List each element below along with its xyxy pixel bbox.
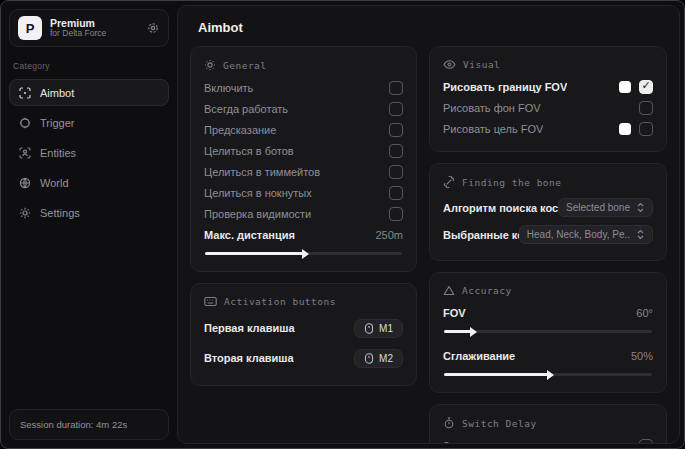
slider-label: Макс. дистанция (204, 229, 295, 241)
toggle-row-target-bots: Целиться в ботов (204, 140, 403, 161)
bone-icon (443, 176, 455, 188)
sidebar-nav: Aimbot Trigger Entities (9, 79, 169, 226)
sidebar-item-trigger[interactable]: Trigger (9, 109, 169, 136)
section-title: General (223, 60, 267, 71)
slider-value: 60° (636, 307, 653, 319)
toggle-row-visibility-check: Проверка видимости (204, 203, 403, 224)
card-general: General Включить Всегда работать Предска… (190, 46, 417, 272)
eye-icon (443, 59, 456, 70)
sidebar: P Premium for Delta Force Category (1, 1, 177, 448)
brand-subtitle: for Delta Force (50, 29, 138, 39)
prediction-checkbox[interactable] (389, 123, 403, 137)
selected-bones-label: Выбранные кости (443, 229, 519, 241)
bone-algorithm-label: Алгоритм поиска костей (443, 202, 558, 214)
switch-delay-checkbox[interactable] (639, 439, 653, 445)
visual-row-fov-border: Рисовать границу FOV (443, 76, 653, 97)
gear-icon (19, 207, 31, 219)
chevrons-up-down-icon (636, 229, 645, 240)
globe-icon (19, 177, 31, 189)
bone-row-algorithm: Алгоритм поиска костей Selected bone (443, 194, 653, 221)
section-title: Accuracy (462, 285, 512, 296)
secondary-keybind-button[interactable]: M2 (354, 349, 403, 368)
crosshair-icon (19, 87, 31, 99)
sidebar-item-label: Aimbot (40, 87, 74, 99)
fov-target-color-swatch[interactable] (619, 123, 631, 135)
session-duration: Session duration: 4m 22s (9, 409, 169, 440)
fov-slider[interactable] (444, 330, 652, 333)
card-finding-bone: Finding the bone Алгоритм поиска костей … (429, 163, 667, 261)
keybind-value: M2 (379, 353, 393, 364)
keybind-value: M1 (379, 323, 393, 334)
toggle-row-enable: Включить (204, 77, 403, 98)
general-icon (204, 59, 216, 71)
target-knocked-checkbox[interactable] (389, 186, 403, 200)
visual-row-fov-background: Рисовать фон FOV (443, 97, 653, 118)
triangle-icon (443, 285, 455, 296)
app-window: P Premium for Delta Force Category (0, 0, 685, 449)
toggle-label: Целиться в нокнутых (204, 187, 312, 199)
fov-target-checkbox[interactable] (639, 122, 653, 136)
main-panel: Aimbot General (177, 5, 680, 444)
section-title: Visual (463, 59, 500, 70)
section-title: Finding the bone (462, 177, 562, 188)
primary-keybind-button[interactable]: M1 (354, 319, 403, 338)
bone-row-selected-bones: Выбранные кости Head, Neck, Body, Pe.. (443, 221, 653, 248)
always-work-checkbox[interactable] (389, 102, 403, 116)
slider-label: FOV (443, 307, 466, 319)
toggle-row-target-teammates: Целиться в тиммейтов (204, 161, 403, 182)
toggle-row-prediction: Предсказание (204, 119, 403, 140)
selected-bones-select[interactable]: Head, Neck, Body, Pe.. (519, 225, 653, 244)
toggle-row-always-work: Всегда работать (204, 98, 403, 119)
timer-icon (443, 417, 455, 429)
visual-label: Рисовать границу FOV (443, 81, 567, 93)
unload-gear-icon[interactable] (146, 21, 160, 35)
card-switch-delay: Switch Delay Задержка переключения Задер… (429, 404, 667, 444)
fov-border-checkbox[interactable] (639, 80, 653, 94)
toggle-row-target-knocked: Целиться в нокнутых (204, 182, 403, 203)
toggle-label: Проверка видимости (204, 208, 311, 220)
bone-algorithm-select[interactable]: Selected bone (558, 198, 653, 217)
keybind-label: Вторая клавиша (204, 352, 294, 364)
toggle-label: Целиться в тиммейтов (204, 166, 320, 178)
sidebar-item-world[interactable]: World (9, 169, 169, 196)
sidebar-item-label: Settings (40, 207, 80, 219)
brand-logo: P (18, 16, 42, 40)
visibility-check-checkbox[interactable] (389, 207, 403, 221)
page-title: Aimbot (178, 6, 679, 46)
toggle-label: Включить (204, 82, 253, 94)
toggle-label: Предсказание (204, 124, 276, 136)
max-distance-slider[interactable] (205, 252, 402, 255)
mouse-icon (364, 323, 374, 334)
sidebar-item-aimbot[interactable]: Aimbot (9, 79, 169, 106)
toggle-label: Задержка переключения (443, 440, 570, 445)
keybind-row-secondary: Вторая клавиша M2 (204, 343, 403, 373)
fov-border-color-swatch[interactable] (619, 81, 631, 93)
toggle-row-switch-delay: Задержка переключения (443, 435, 653, 444)
sidebar-item-label: World (40, 177, 69, 189)
sidebar-item-label: Entities (40, 147, 76, 159)
enable-checkbox[interactable] (389, 81, 403, 95)
visual-label: Рисовать фон FOV (443, 102, 541, 114)
toggle-label: Целиться в ботов (204, 145, 294, 157)
mouse-icon (364, 353, 374, 364)
category-label: Category (13, 61, 165, 71)
slider-label: Сглаживание (443, 350, 515, 362)
keybind-row-primary: Первая клавиша M1 (204, 313, 403, 343)
sidebar-item-settings[interactable]: Settings (9, 199, 169, 226)
slider-value: 50% (631, 350, 653, 362)
brand-card: P Premium for Delta Force (9, 9, 169, 47)
smoothing-slider[interactable] (444, 373, 652, 376)
slider-row-max-distance: Макс. дистанция 250m (204, 224, 403, 245)
slider-value: 250m (375, 229, 403, 241)
target-bots-checkbox[interactable] (389, 144, 403, 158)
slider-row-smoothing: Сглаживание 50% (443, 345, 653, 366)
entities-icon (19, 147, 31, 159)
toggle-label: Всегда работать (204, 103, 288, 115)
visual-label: Рисовать цель FOV (443, 123, 543, 135)
sidebar-item-entities[interactable]: Entities (9, 139, 169, 166)
selected-value: Head, Neck, Body, Pe.. (527, 229, 630, 240)
target-teammates-checkbox[interactable] (389, 165, 403, 179)
section-title: Activation buttons (224, 296, 336, 307)
selected-value: Selected bone (566, 202, 630, 213)
fov-background-checkbox[interactable] (639, 101, 653, 115)
